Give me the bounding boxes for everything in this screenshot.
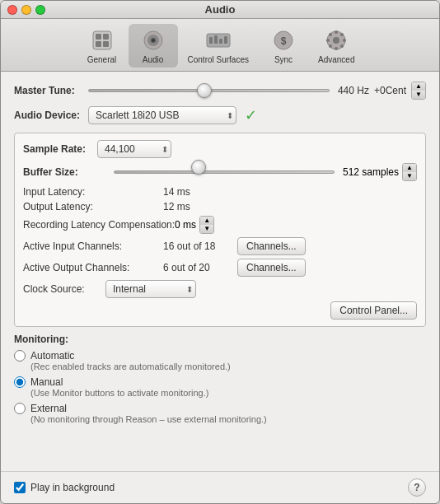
buffer-track-container [114, 166, 335, 179]
audio-device-select-wrapper: Scarlett 18i20 USB ⬍ [88, 106, 236, 124]
active-output-channels-value: 6 out of 20 [163, 262, 237, 273]
clock-source-select[interactable]: Internal [105, 280, 196, 298]
buffer-stepper[interactable]: ▲ ▼ [402, 163, 417, 181]
svg-point-21 [343, 39, 346, 42]
toolbar-audio-label: Audio [143, 55, 164, 64]
toolbar-item-control-surfaces[interactable]: Control Surfaces [180, 24, 257, 68]
monitoring-automatic-item: Automatic (Rec enabled tracks are automa… [14, 350, 426, 371]
close-button[interactable] [7, 5, 17, 15]
monitoring-external-radio[interactable] [14, 403, 26, 414]
recording-latency-row: Recording Latency Compensation: 0 ms ▲ ▼ [23, 216, 417, 234]
svg-rect-12 [219, 39, 222, 44]
buffer-thumb[interactable] [191, 160, 206, 175]
buffer-stepper-up[interactable]: ▲ [403, 164, 416, 172]
audio-device-label: Audio Device: [14, 110, 88, 121]
window-controls [7, 5, 45, 15]
maximize-button[interactable] [35, 5, 45, 15]
minimize-button[interactable] [21, 5, 31, 15]
advanced-icon [323, 27, 349, 54]
toolbar-item-general[interactable]: General [77, 24, 127, 68]
control-surfaces-icon [205, 27, 232, 54]
sync-icon: $ [270, 27, 297, 54]
stepper-up[interactable]: ▲ [412, 82, 425, 91]
monitoring-manual-radio[interactable] [14, 376, 26, 388]
svg-point-22 [329, 33, 332, 36]
master-tune-slider-container [88, 84, 330, 97]
control-panel-button[interactable]: Control Panel... [330, 301, 417, 320]
toolbar-item-audio[interactable]: Audio [129, 24, 178, 68]
monitoring-external-label: External [30, 403, 67, 414]
output-latency-label: Output Latency: [23, 201, 163, 212]
bottom-bar: Play in background ? [1, 471, 439, 503]
stepper-down[interactable]: ▼ [412, 91, 425, 99]
master-tune-stepper[interactable]: ▲ ▼ [411, 82, 426, 100]
svg-rect-10 [209, 37, 213, 44]
svg-point-19 [335, 47, 338, 50]
svg-rect-3 [96, 41, 101, 47]
svg-rect-4 [103, 41, 109, 47]
recording-latency-value: 0 ms [175, 219, 196, 231]
svg-point-17 [333, 37, 339, 44]
active-output-channels-button[interactable]: Channels... [237, 259, 306, 277]
buffer-size-value: 512 samples [343, 166, 399, 178]
rec-stepper[interactable]: ▲ ▼ [199, 216, 214, 234]
toolbar-item-advanced[interactable]: Advanced [310, 24, 363, 68]
monitoring-external-item: External (No monitoring through Reason –… [14, 403, 426, 424]
control-panel-btn-area: Control Panel... [23, 301, 417, 320]
help-button[interactable]: ? [408, 478, 426, 497]
audio-device-row: Audio Device: Scarlett 18i20 USB ⬍ ✓ [14, 106, 426, 124]
active-output-channels-row: Active Output Channels: 6 out of 20 Chan… [23, 259, 417, 277]
active-input-channels-button[interactable]: Channels... [237, 237, 306, 255]
buffer-size-label: Buffer Size: [23, 166, 114, 178]
input-latency-label: Input Latency: [23, 186, 163, 198]
clock-source-select-wrapper: Internal ⬍ [105, 280, 196, 298]
monitoring-manual-sub: (Use Monitor buttons to activate monitor… [30, 388, 426, 398]
clock-source-row: Clock Source: Internal ⬍ [23, 280, 417, 298]
sample-rate-select[interactable]: 44,100 [97, 140, 171, 158]
recording-latency-label: Recording Latency Compensation: [23, 219, 175, 231]
svg-point-24 [340, 33, 344, 36]
toolbar-general-label: General [87, 55, 117, 64]
rec-value-area: 0 ms ▲ ▼ [175, 216, 214, 234]
svg-point-25 [329, 44, 332, 48]
active-input-channels-value: 16 out of 18 [163, 240, 237, 252]
buffer-track [114, 170, 335, 174]
buffer-value-area: 512 samples ▲ ▼ [343, 163, 417, 181]
sample-rate-label: Sample Rate: [23, 143, 97, 155]
master-tune-row: Master Tune: 440 Hz +0Cent ▲ ▼ [14, 82, 426, 100]
master-tune-thumb[interactable] [197, 83, 212, 98]
rec-stepper-down[interactable]: ▼ [200, 225, 213, 233]
monitoring-title: Monitoring: [14, 334, 426, 345]
main-window: Audio General [0, 0, 440, 504]
sample-rate-row: Sample Rate: 44,100 ⬍ [23, 140, 417, 158]
output-latency-value: 12 ms [163, 201, 237, 212]
tune-values: 440 Hz +0Cent ▲ ▼ [338, 82, 426, 100]
output-latency-row: Output Latency: 12 ms [23, 201, 417, 212]
play-in-background-checkbox[interactable] [14, 482, 26, 493]
svg-point-8 [152, 40, 154, 42]
monitoring-manual-label: Manual [30, 376, 63, 388]
content-area: Master Tune: 440 Hz +0Cent ▲ ▼ Audio Dev… [1, 72, 439, 471]
monitoring-external-sub: (No monitoring through Reason – use exte… [30, 414, 426, 424]
window-title: Audio [205, 3, 236, 16]
buffer-size-row: Buffer Size: 512 samples ▲ ▼ [23, 163, 417, 181]
clock-source-label: Clock Source: [23, 283, 105, 295]
toolbar-control-surfaces-label: Control Surfaces [188, 55, 249, 64]
svg-rect-2 [103, 34, 109, 40]
master-tune-label: Master Tune: [14, 85, 88, 96]
toolbar: General Audio [1, 19, 439, 72]
active-output-channels-label: Active Output Channels: [23, 262, 163, 273]
audio-device-select[interactable]: Scarlett 18i20 USB [88, 106, 236, 124]
monitoring-automatic-radio[interactable] [14, 350, 26, 362]
svg-point-20 [326, 39, 330, 42]
monitoring-manual-item: Manual (Use Monitor buttons to activate … [14, 376, 426, 398]
master-tune-cent: +0Cent [374, 85, 406, 96]
svg-point-23 [340, 44, 344, 48]
play-in-background-row: Play in background [14, 482, 408, 493]
svg-point-18 [335, 30, 338, 34]
monitoring-radio-group: Automatic (Rec enabled tracks are automa… [14, 350, 426, 427]
active-input-channels-label: Active Input Channels: [23, 240, 163, 252]
toolbar-item-sync[interactable]: $ Sync [259, 24, 308, 68]
buffer-stepper-down[interactable]: ▼ [403, 172, 416, 180]
rec-stepper-up[interactable]: ▲ [200, 217, 213, 225]
